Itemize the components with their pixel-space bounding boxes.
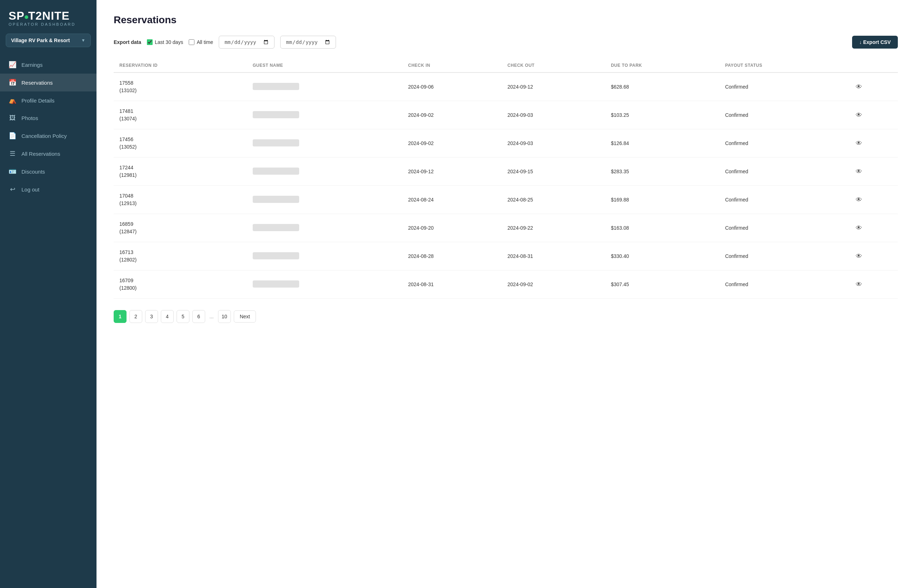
sidebar-item-cancellation-policy[interactable]: 📄 Cancellation Policy [0, 127, 97, 145]
page-btn-3[interactable]: 3 [145, 310, 158, 323]
logo-dot [25, 15, 28, 19]
sidebar-item-photos[interactable]: 🖼 Photos [0, 109, 97, 127]
property-name: Village RV Park & Resort [11, 37, 70, 43]
col-guest-name: GUEST NAME [247, 58, 402, 73]
cell-res-id: 17456(13052) [114, 129, 247, 158]
page-btn-1[interactable]: 1 [114, 310, 126, 323]
sidebar-item-discounts[interactable]: 🪪 Discounts [0, 163, 97, 180]
cell-view-action[interactable]: 👁 [850, 186, 898, 214]
cell-check-out: 2024-09-03 [502, 101, 605, 129]
cell-guest-name [247, 73, 402, 101]
logo-area: SPT2NITE OPERATOR DASHBOARD [0, 0, 97, 34]
page-btn-5[interactable]: 5 [177, 310, 189, 323]
cell-check-out: 2024-08-31 [502, 242, 605, 270]
sidebar-item-label: Profile Details [21, 97, 55, 103]
end-date-input[interactable] [280, 36, 336, 48]
cell-view-action[interactable]: 👁 [850, 242, 898, 270]
cell-view-action[interactable]: 👁 [850, 73, 898, 101]
cell-view-action[interactable]: 👁 [850, 129, 898, 158]
main-content: Reservations Export data Last 30 days Al… [97, 0, 915, 588]
photos-icon: 🖼 [8, 114, 16, 122]
start-date-input[interactable] [219, 36, 274, 48]
logo: SPT2NITE [8, 10, 88, 21]
reservations-icon: 📅 [8, 79, 16, 86]
cell-view-action[interactable]: 👁 [850, 158, 898, 186]
cell-guest-name [247, 242, 402, 270]
cell-check-out: 2024-08-25 [502, 186, 605, 214]
sidebar-item-earnings[interactable]: 📈 Earnings [0, 56, 97, 74]
view-icon[interactable]: 👁 [856, 168, 862, 175]
last30-label: Last 30 days [155, 39, 183, 45]
cancellation-icon: 📄 [8, 132, 16, 140]
table-row: 16713(12802) 2024-08-28 2024-08-31 $330.… [114, 242, 898, 270]
view-icon[interactable]: 👁 [856, 225, 862, 231]
cell-guest-name [247, 186, 402, 214]
col-actions [850, 58, 898, 73]
cell-due-to-park: $283.35 [605, 158, 719, 186]
profile-icon: ⛺ [8, 97, 16, 104]
cell-view-action[interactable]: 👁 [850, 214, 898, 242]
page-btn-10[interactable]: 10 [218, 310, 231, 323]
cell-payout-status: Confirmed [719, 186, 850, 214]
cell-check-in: 2024-08-28 [402, 242, 502, 270]
cell-guest-name [247, 129, 402, 158]
cell-payout-status: Confirmed [719, 270, 850, 299]
cell-check-in: 2024-08-24 [402, 186, 502, 214]
sidebar-item-profile-details[interactable]: ⛺ Profile Details [0, 92, 97, 109]
col-due-to-park: DUE TO PARK [605, 58, 719, 73]
view-icon[interactable]: 👁 [856, 281, 862, 288]
cell-res-id: 17244(12981) [114, 158, 247, 186]
last30-checkbox[interactable] [147, 39, 152, 45]
sidebar-item-label: All Reservations [21, 151, 60, 157]
view-icon[interactable]: 👁 [856, 196, 862, 203]
cell-view-action[interactable]: 👁 [850, 101, 898, 129]
pagination-ellipsis: ... [208, 314, 215, 319]
alltime-checkbox-group[interactable]: All time [189, 39, 213, 45]
cell-res-id: 17481(13074) [114, 101, 247, 129]
cell-res-id: 16709(12800) [114, 270, 247, 299]
logout-icon: ↩ [8, 186, 16, 193]
page-btn-2[interactable]: 2 [130, 310, 142, 323]
view-icon[interactable]: 👁 [856, 111, 862, 119]
table-row: 16859(12847) 2024-09-20 2024-09-22 $163.… [114, 214, 898, 242]
cell-check-in: 2024-09-20 [402, 214, 502, 242]
cell-check-out: 2024-09-12 [502, 73, 605, 101]
view-icon[interactable]: 👁 [856, 140, 862, 147]
cell-check-out: 2024-09-22 [502, 214, 605, 242]
cell-check-in: 2024-09-02 [402, 129, 502, 158]
cell-check-in: 2024-08-31 [402, 270, 502, 299]
cell-guest-name [247, 158, 402, 186]
alltime-checkbox[interactable] [189, 39, 194, 45]
sidebar-item-logout[interactable]: ↩ Log out [0, 180, 97, 198]
all-reservations-icon: ☰ [8, 150, 16, 158]
col-check-out: CHECK OUT [502, 58, 605, 73]
cell-due-to-park: $330.40 [605, 242, 719, 270]
pagination-next-button[interactable]: Next [234, 310, 256, 323]
sidebar-item-all-reservations[interactable]: ☰ All Reservations [0, 145, 97, 163]
cell-payout-status: Confirmed [719, 73, 850, 101]
page-btn-4[interactable]: 4 [161, 310, 174, 323]
col-payout-status: PAYOUT STATUS [719, 58, 850, 73]
sidebar-item-reservations[interactable]: 📅 Reservations [0, 74, 97, 92]
cell-res-id: 17048(12913) [114, 186, 247, 214]
view-icon[interactable]: 👁 [856, 83, 862, 90]
cell-view-action[interactable]: 👁 [850, 270, 898, 299]
table-row: 17481(13074) 2024-09-02 2024-09-03 $103.… [114, 101, 898, 129]
cell-payout-status: Confirmed [719, 101, 850, 129]
view-icon[interactable]: 👁 [856, 252, 862, 260]
property-selector[interactable]: Village RV Park & Resort ▼ [6, 34, 91, 47]
earnings-icon: 📈 [8, 61, 16, 69]
page-btn-6[interactable]: 6 [192, 310, 205, 323]
table-row: 16709(12800) 2024-08-31 2024-09-02 $307.… [114, 270, 898, 299]
export-label: Export data [114, 39, 141, 45]
cell-check-in: 2024-09-06 [402, 73, 502, 101]
cell-due-to-park: $169.88 [605, 186, 719, 214]
cell-due-to-park: $126.84 [605, 129, 719, 158]
col-reservation-id: RESERVATION ID [114, 58, 247, 73]
export-csv-button[interactable]: ↓ Export CSV [852, 36, 898, 48]
discounts-icon: 🪪 [8, 168, 16, 175]
last30-checkbox-group[interactable]: Last 30 days [147, 39, 183, 45]
chevron-down-icon: ▼ [81, 38, 86, 43]
cell-res-id: 16859(12847) [114, 214, 247, 242]
sidebar-item-label: Log out [21, 186, 39, 192]
